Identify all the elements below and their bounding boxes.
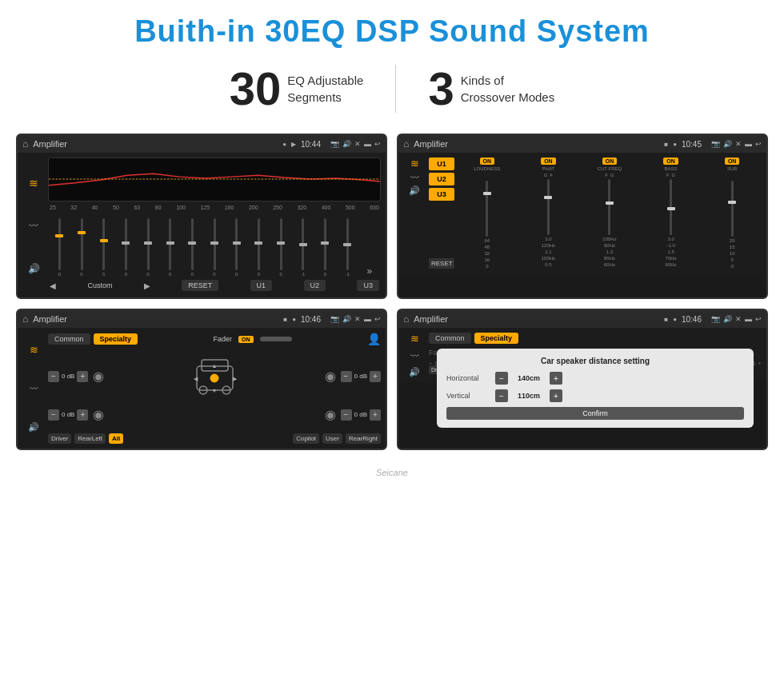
back-icon-2[interactable]: ↩ <box>755 140 762 148</box>
back-icon-4[interactable]: ↩ <box>755 315 762 323</box>
dist-icon-1[interactable]: ≋ <box>410 333 419 345</box>
slider-2[interactable]: 0 <box>72 218 92 277</box>
pos-rearleft[interactable]: RearLeft <box>74 433 106 444</box>
slider-11[interactable]: 0 <box>271 218 291 277</box>
reset-btn[interactable]: RESET <box>182 280 218 291</box>
minimize-icon-3[interactable]: ▬ <box>364 315 371 323</box>
xover-sub-slider[interactable] <box>731 181 734 237</box>
dist-tab-common[interactable]: Common <box>429 333 471 344</box>
spk-tab-specialty[interactable]: Specialty <box>94 333 138 345</box>
slider-13[interactable]: 0 <box>315 218 335 277</box>
close-icon-2[interactable]: ✕ <box>735 140 742 148</box>
eq-icon-1[interactable]: ≋ <box>29 177 38 189</box>
slider-track-6[interactable] <box>169 218 171 270</box>
slider-6[interactable]: 0 <box>160 218 180 277</box>
slider-8[interactable]: 0 <box>205 218 225 277</box>
spk-minus-br[interactable]: − <box>341 409 352 421</box>
spk-icon-3[interactable]: 🔊 <box>28 422 39 433</box>
slider-3[interactable]: 5 <box>94 218 114 277</box>
close-icon-3[interactable]: ✕ <box>354 315 361 323</box>
dist-horizontal-minus[interactable]: − <box>495 372 508 385</box>
eq-icon-3[interactable]: 🔊 <box>28 263 40 274</box>
slider-track-13[interactable] <box>324 218 326 270</box>
slider-track-9[interactable] <box>235 218 238 270</box>
spk-plus-br[interactable]: + <box>370 409 381 421</box>
close-icon-4[interactable]: ✕ <box>735 315 742 323</box>
xover-bass-slider[interactable] <box>670 179 672 235</box>
fader-slider[interactable] <box>260 337 292 341</box>
xover-phat-slider[interactable] <box>547 179 550 235</box>
spk-minus-tr[interactable]: − <box>341 371 352 382</box>
dist-vertical-plus[interactable]: + <box>550 389 562 402</box>
xover-reset-btn[interactable]: RESET <box>429 258 454 269</box>
spk-minus-bl[interactable]: − <box>48 409 59 421</box>
slider-14[interactable]: -1 <box>338 218 358 277</box>
slider-track-5[interactable] <box>147 218 150 270</box>
xover-u1-btn[interactable]: U1 <box>429 158 454 170</box>
xover-cutfreq-slider[interactable] <box>608 179 610 235</box>
dist-horizontal-plus[interactable]: + <box>550 372 562 385</box>
xover-loudness-label[interactable]: ON <box>480 158 495 165</box>
u2-btn[interactable]: U2 <box>304 280 326 291</box>
dist-icon-3[interactable]: 🔊 <box>409 367 420 377</box>
dist-vertical-minus[interactable]: − <box>495 389 508 402</box>
xover-u3-btn[interactable]: U3 <box>429 188 454 201</box>
slider-1[interactable]: 0 <box>50 218 70 277</box>
xover-icon-2[interactable]: 〰 <box>410 173 419 182</box>
slider-track-11[interactable] <box>280 218 282 270</box>
dist-icon-2[interactable]: 〰 <box>410 351 419 361</box>
slider-track-10[interactable] <box>258 218 260 270</box>
slider-4[interactable]: 0 <box>116 218 136 277</box>
eq-prev-btn[interactable]: ◀ <box>50 281 56 290</box>
spk-plus-tl[interactable]: + <box>77 371 88 382</box>
spk-plus-tr[interactable]: + <box>370 371 381 382</box>
pos-copilot[interactable]: Copilot <box>293 433 319 444</box>
pos-user[interactable]: User <box>322 433 342 444</box>
minimize-icon-2[interactable]: ▬ <box>745 140 752 148</box>
home-icon[interactable]: ⌂ <box>22 138 28 150</box>
slider-7[interactable]: 0 <box>182 218 202 277</box>
slider-12[interactable]: -1 <box>293 218 313 277</box>
spk-tab-common[interactable]: Common <box>48 333 90 345</box>
slider-track-8[interactable] <box>214 218 216 270</box>
pos-rearright[interactable]: RearRight <box>346 433 381 444</box>
xover-sub-label[interactable]: ON <box>725 158 740 165</box>
minimize-icon-4[interactable]: ▬ <box>745 315 752 323</box>
slider-track-3[interactable] <box>102 218 105 270</box>
slider-track-1[interactable] <box>58 218 61 270</box>
slider-track-14[interactable] <box>346 218 349 270</box>
slider-5[interactable]: 0 <box>138 218 158 277</box>
slider-track-12[interactable] <box>302 218 304 270</box>
dist-tab-specialty[interactable]: Specialty <box>474 333 519 344</box>
xover-phat-label[interactable]: ON <box>541 158 556 165</box>
xover-cutfreq-label[interactable]: ON <box>602 158 618 165</box>
xover-bass-label[interactable]: ON <box>663 158 678 165</box>
back-icon[interactable]: ↩ <box>374 140 381 148</box>
eq-next-btn[interactable]: ▶ <box>144 281 150 290</box>
home-icon-4[interactable]: ⌂ <box>403 313 409 325</box>
xover-loudness-slider[interactable] <box>486 181 488 237</box>
pos-all[interactable]: All <box>109 433 123 444</box>
pos-driver[interactable]: Driver <box>48 433 71 444</box>
xover-icon-3[interactable]: 🔊 <box>409 185 420 196</box>
slider-track-7[interactable] <box>191 218 194 270</box>
slider-9[interactable]: 0 <box>226 218 246 277</box>
u3-btn[interactable]: U3 <box>357 280 379 291</box>
home-icon-3[interactable]: ⌂ <box>22 313 28 325</box>
back-icon-3[interactable]: ↩ <box>374 315 381 323</box>
eq-icon-2[interactable]: 〰 <box>29 221 38 232</box>
spk-icon-2[interactable]: 〰 <box>30 384 38 393</box>
spk-plus-bl[interactable]: + <box>77 409 88 421</box>
u1-btn[interactable]: U1 <box>250 280 273 291</box>
close-icon[interactable]: ✕ <box>354 140 361 148</box>
minimize-icon[interactable]: ▬ <box>364 140 371 148</box>
slider-track-4[interactable] <box>125 218 127 270</box>
xover-icon-1[interactable]: ≋ <box>410 158 419 170</box>
slider-10[interactable]: 0 <box>249 218 269 277</box>
spk-minus-tl[interactable]: − <box>48 371 59 382</box>
spk-icon-1[interactable]: ≋ <box>30 344 38 356</box>
dist-confirm-btn[interactable]: Confirm <box>446 407 744 420</box>
xover-u2-btn[interactable]: U2 <box>429 173 454 185</box>
slider-track-2[interactable] <box>81 218 83 270</box>
home-icon-2[interactable]: ⌂ <box>403 138 409 150</box>
